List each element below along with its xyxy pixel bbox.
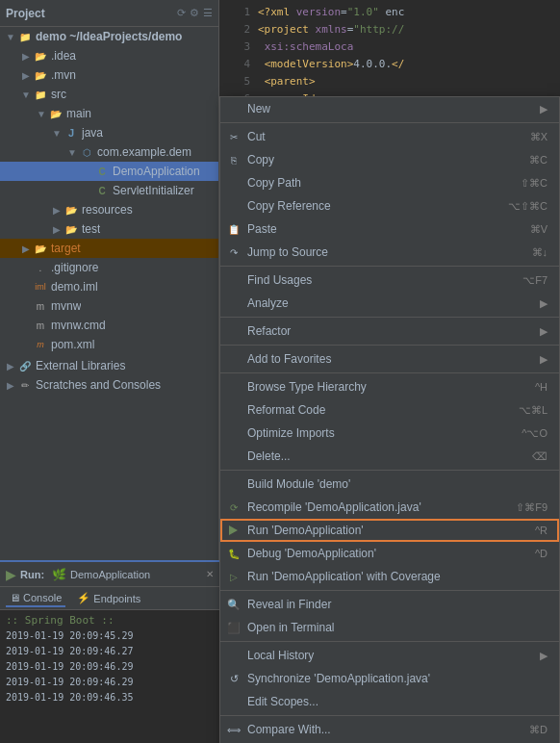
shortcut-label: ⌥⇧⌘C (508, 200, 547, 213)
target-icon: 📂 (33, 241, 48, 256)
arrow-icon: ▼ (50, 128, 64, 139)
tree-item[interactable]: ▶ 📂 resources (0, 200, 218, 219)
tree-label: ServletInitializer (113, 184, 194, 197)
project-icon: 📁 (17, 29, 33, 44)
tree-item[interactable]: ▼ J java (0, 123, 218, 142)
menu-item-copy-path[interactable]: Copy Path ⇧⌘C (220, 171, 559, 194)
tree-item[interactable]: . .gitignore (0, 258, 218, 277)
menu-label: Reveal in Finder (247, 598, 331, 611)
log-line: 2019-01-19 20:09:45.29 (6, 628, 214, 644)
arrow-icon: ▶ (19, 243, 33, 254)
tree-item[interactable]: C ServletInitializer (0, 181, 218, 200)
log-line: 2019-01-19 20:09:46.35 (6, 690, 214, 705)
xml-icon: m (33, 337, 48, 352)
package-icon: ⬡ (79, 144, 94, 160)
jump-icon: ↷ (226, 244, 242, 260)
menu-label: Run 'DemoApplication' with Coverage (247, 570, 441, 583)
menu-item-new[interactable]: New ▶ (220, 97, 559, 120)
shortcut-label: ^⌥O (522, 427, 547, 440)
menu-item-refactor[interactable]: Refactor ▶ (220, 320, 559, 343)
menu-separator (220, 590, 559, 591)
tree-item[interactable]: ▶ 📂 .idea (0, 46, 218, 65)
sync-icon[interactable]: ⟳ (177, 7, 186, 19)
run-icon: ▶ (6, 567, 16, 582)
menu-label: Reformat Code (247, 403, 325, 417)
menu-item-add-to-favorites[interactable]: Add to Favorites ▶ (220, 347, 559, 371)
menu-item-debug[interactable]: 🐛 Debug 'DemoApplication' ^D (220, 542, 559, 565)
tree-item[interactable]: ▶ 📂 .mvn (0, 65, 218, 85)
tree-label: target (51, 242, 81, 255)
menu-item-reformat[interactable]: Reformat Code ⌥⌘L (220, 398, 559, 422)
tree-item[interactable]: m pom.xml (0, 335, 218, 354)
menu-item-browse-hierarchy[interactable]: Browse Type Hierarchy ^H (220, 375, 559, 398)
shortcut-label: ⌘X (530, 131, 547, 143)
arrow-right-icon: ▶ (540, 325, 547, 338)
log-line: 2019-01-19 20:09:46.29 (6, 659, 214, 675)
tree-item[interactable]: ▶ 📂 target (0, 239, 218, 258)
tree-item[interactable]: ▼ 📁 demo ~/IdeaProjects/demo (0, 27, 218, 46)
arrow-icon: ▶ (4, 380, 17, 391)
menu-label: Delete... (247, 449, 291, 463)
menu-item-edit-scopes[interactable]: Edit Scopes... (220, 690, 559, 713)
menu-item-build-module[interactable]: Build Module 'demo' (220, 473, 559, 496)
console-icon: 🖥 (10, 592, 20, 603)
menu-item-recompile[interactable]: ⟳ Recompile 'DemoApplication.java' ⇧⌘F9 (220, 496, 559, 519)
tree-item[interactable]: iml demo.iml (0, 277, 218, 296)
close-icon[interactable]: ✕ (206, 569, 214, 579)
menu-item-copy-reference[interactable]: Copy Reference ⌥⇧⌘C (220, 194, 559, 218)
editor-line: 1<?xml version="1.0" enc (227, 4, 552, 21)
menu-item-run[interactable]: Run 'DemoApplication' ^R (220, 519, 559, 542)
tree-label: test (82, 222, 100, 236)
arrow-right-icon: ▶ (540, 650, 547, 662)
tree-item[interactable]: ▶ 🔗 External Libraries (0, 356, 218, 375)
tree-item[interactable]: ▼ 📂 main (0, 104, 218, 123)
tree-item[interactable]: ▶ 📂 test (0, 219, 218, 239)
arrow-icon: ▼ (4, 32, 17, 42)
run-label: Run: (20, 569, 44, 580)
gear-icon[interactable]: ☰ (203, 7, 213, 19)
menu-item-compare-with[interactable]: ⟺ Compare With... ⌘D (220, 718, 559, 741)
menu-item-open-terminal[interactable]: ⬛ Open in Terminal (220, 616, 559, 639)
menu-item-find-usages[interactable]: Find Usages ⌥F7 (220, 269, 559, 292)
tree-item[interactable]: m mvnw (0, 296, 218, 316)
file-icon: m (33, 318, 48, 333)
editor-line: 3 xsi:schemaLoca (227, 38, 552, 56)
log-line: 2019-01-19 20:09:46.29 (6, 675, 214, 690)
tree-label: src (51, 88, 66, 101)
menu-item-copy[interactable]: ⎘ Copy ⌘C (220, 148, 559, 171)
menu-item-run-coverage[interactable]: ▷ Run 'DemoApplication' with Coverage (220, 565, 559, 588)
editor-line: 4 <modelVersion>4.0.0.</ (227, 56, 552, 73)
menu-label: Local History (247, 649, 314, 662)
menu-separator (220, 317, 559, 318)
menu-item-local-history[interactable]: Local History ▶ (220, 644, 559, 667)
menu-label: Paste (247, 222, 277, 236)
editor-line: 5 <parent> (227, 73, 552, 90)
paste-icon: 📋 (226, 221, 242, 237)
tree-item[interactable]: ▼ 📁 src (0, 85, 218, 104)
tab-endpoints[interactable]: ⚡ Endpoints (73, 590, 144, 606)
tab-console[interactable]: 🖥 Console (6, 590, 65, 607)
menu-label: Recompile 'DemoApplication.java' (247, 500, 421, 514)
tree-item[interactable]: C DemoApplication (0, 162, 218, 181)
panel-header-icons: ⟳ ⚙ ☰ (177, 7, 213, 19)
log-line: 2019-01-19 20:09:46.27 (6, 644, 214, 659)
menu-item-optimize-imports[interactable]: Optimize Imports ^⌥O (220, 422, 559, 445)
console-label: Console (23, 592, 62, 603)
menu-item-synchronize[interactable]: ↺ Synchronize 'DemoApplication.java' (220, 667, 559, 690)
menu-separator (220, 470, 559, 471)
tree-item[interactable]: ▶ ✏ Scratches and Consoles (0, 375, 218, 395)
tree-label: resources (82, 203, 133, 217)
menu-separator (220, 641, 559, 642)
menu-label: Copy Path (247, 176, 301, 190)
menu-item-paste[interactable]: 📋 Paste ⌘V (220, 218, 559, 241)
menu-item-analyze[interactable]: Analyze ▶ (220, 292, 559, 315)
tree-item[interactable]: ▼ ⬡ com.example.dem (0, 142, 218, 162)
menu-item-reveal-finder[interactable]: 🔍 Reveal in Finder (220, 593, 559, 616)
tree-item[interactable]: m mvnw.cmd (0, 316, 218, 335)
menu-item-cut[interactable]: ✂ Cut ⌘X (220, 125, 559, 148)
arrow-icon: ▼ (35, 109, 48, 119)
settings-icon[interactable]: ⚙ (190, 7, 199, 19)
menu-item-delete[interactable]: Delete... ⌫ (220, 445, 559, 468)
shortcut-label: ⌥⌘L (519, 404, 547, 417)
menu-item-jump[interactable]: ↷ Jump to Source ⌘↓ (220, 241, 559, 264)
